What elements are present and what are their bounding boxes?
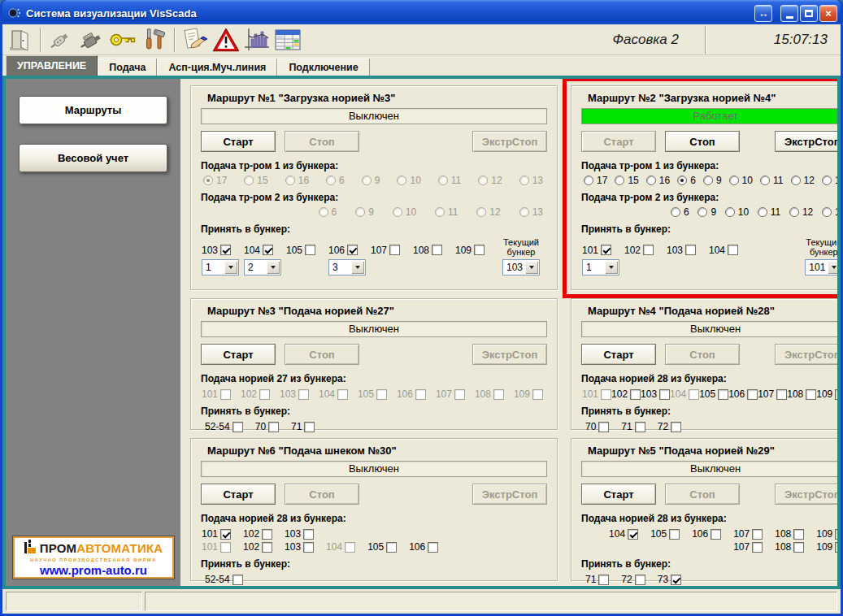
checkbox-bunker-109[interactable]: 109 [816, 541, 837, 553]
combo-selector-103[interactable]: 1 [202, 259, 239, 275]
radio-bunker-12: 12 [476, 206, 500, 218]
checkbox-bunker-52-54[interactable]: 52-54 [205, 574, 243, 585]
checkbox-box [376, 389, 387, 400]
checkbox-bunker-71[interactable]: 71 [585, 574, 609, 585]
checkbox-bunker-102[interactable]: 102 [611, 388, 641, 400]
maximize-button[interactable] [800, 5, 818, 22]
checkbox-bunker-102[interactable]: 102 [243, 541, 272, 553]
checkbox-bunker-108[interactable]: 108 [413, 245, 442, 256]
checkbox-bunker-71[interactable]: 71 [621, 421, 645, 432]
combo-current-bunker[interactable]: 101 [805, 259, 837, 275]
tab-4[interactable]: Подключение [277, 59, 369, 76]
radio-bunker-11[interactable]: 11 [760, 175, 783, 186]
checkbox-bunker-101[interactable]: 101 [582, 245, 611, 256]
combo-selector-101[interactable]: 1 [582, 259, 619, 275]
checkbox-bunker-72[interactable]: 72 [658, 421, 681, 432]
checkbox-bunker-52-54[interactable]: 52-54 [205, 421, 243, 432]
trend-chart-icon[interactable] [241, 26, 272, 54]
radio-bunker-9[interactable]: 9 [703, 175, 722, 186]
checkbox-bunker-105[interactable]: 105 [286, 245, 315, 256]
radio-bunker-17[interactable]: 17 [584, 175, 607, 186]
checkbox-bunker-70[interactable]: 70 [255, 421, 279, 432]
combo-selector-104[interactable]: 2 [244, 259, 281, 275]
radio-bunker-11[interactable]: 11 [758, 206, 780, 218]
radio-bunker-13[interactable]: 13 [822, 206, 837, 218]
logo-name: ПРОМАВТОМАТИКА [40, 542, 163, 554]
checkbox-bunker-103[interactable]: 103 [285, 528, 314, 540]
checkbox-bunker-106[interactable]: 106 [328, 245, 358, 256]
checkbox-bunker-102[interactable]: 102 [624, 245, 654, 256]
route-status: Выключен [201, 461, 547, 477]
radio-bunker-13[interactable]: 13 [822, 175, 837, 186]
checkbox-bunker-107[interactable]: 107 [733, 528, 763, 540]
checkbox-bunker-107[interactable]: 107 [733, 541, 763, 553]
checkbox-bunker-103[interactable]: 103 [667, 245, 696, 256]
checkbox-bunker-103[interactable]: 103 [285, 541, 314, 553]
checkbox-bunker-104[interactable]: 104 [244, 245, 273, 256]
checkbox-bunker-70[interactable]: 70 [585, 421, 609, 432]
checkbox-bunker-107[interactable]: 107 [371, 245, 400, 256]
radio-bunker-15[interactable]: 15 [615, 175, 638, 186]
radio-bunker-16[interactable]: 16 [646, 175, 670, 186]
radio-bunker-6[interactable]: 6 [677, 175, 696, 186]
checkbox-bunker-72[interactable]: 72 [621, 574, 645, 585]
checkbox-box [835, 542, 837, 553]
checkbox-bunker-106[interactable]: 106 [728, 388, 758, 400]
close-button[interactable]: × [819, 5, 837, 22]
stop-button[interactable]: Стоп [665, 131, 740, 152]
combo-selector-106[interactable]: 3 [328, 259, 366, 275]
checkbox-bunker-106[interactable]: 106 [692, 528, 721, 540]
access-key-icon[interactable] [107, 26, 138, 54]
alarm-warning-icon[interactable] [211, 26, 241, 54]
checkbox-bunker-106[interactable]: 106 [409, 541, 438, 553]
radio-circle [729, 176, 739, 185]
start-button[interactable]: Старт [581, 344, 656, 365]
combo-current-bunker[interactable]: 103 [502, 259, 540, 275]
service-tools-icon[interactable] [138, 26, 169, 54]
checkbox-bunker-103[interactable]: 103 [202, 245, 231, 256]
sidebar-button-2[interactable]: Весовой учет [19, 144, 167, 172]
checkbox-bunker-109[interactable]: 109 [816, 528, 837, 540]
start-button[interactable]: Старт [581, 484, 656, 505]
exit-door-icon[interactable] [4, 26, 35, 54]
dropdown-arrow-icon [525, 261, 538, 274]
checkbox-bunker-107[interactable]: 107 [758, 388, 787, 400]
checkbox-bunker-109[interactable]: 109 [455, 245, 485, 256]
data-table-icon[interactable] [272, 26, 303, 54]
checkbox-bunker-109[interactable]: 109 [816, 388, 837, 400]
tab-1[interactable]: УПРАВЛЕНИЕ [6, 55, 98, 76]
checkbox-bunker-73[interactable]: 73 [658, 574, 681, 585]
sidebar-button-1[interactable]: Маршруты [19, 96, 167, 124]
radio-circle [584, 176, 593, 185]
radio-bunker-10[interactable]: 10 [725, 206, 749, 218]
checkbox-bunker-105[interactable]: 105 [650, 528, 680, 540]
tab-3[interactable]: Асп-ция.Муч.линия [157, 59, 277, 76]
checkbox-bunker-105[interactable]: 105 [367, 541, 397, 553]
checkbox-bunker-104[interactable]: 104 [709, 245, 738, 256]
radio-bunker-9[interactable]: 9 [697, 206, 716, 218]
checkbox-bunker-108[interactable]: 108 [775, 541, 804, 553]
radio-bunker-10[interactable]: 10 [729, 175, 753, 186]
start-button[interactable]: Старт [201, 131, 276, 152]
start-button[interactable]: Старт [201, 344, 276, 365]
checkbox-box [389, 245, 400, 255]
radio-bunker-12[interactable]: 12 [789, 206, 813, 218]
serial-cable-icon[interactable] [46, 26, 76, 54]
radio-bunker-12[interactable]: 12 [791, 175, 815, 186]
checkbox-bunker-103[interactable]: 103 [641, 388, 670, 400]
connector-plug-icon[interactable] [76, 26, 107, 54]
tab-2[interactable]: Подача [98, 59, 157, 76]
report-journal-icon[interactable] [180, 26, 211, 54]
radio-bunker-6[interactable]: 6 [671, 206, 689, 218]
resize-window-button[interactable]: ↔ [754, 5, 772, 22]
checkbox-bunker-101[interactable]: 101 [202, 528, 231, 540]
checkbox-bunker-71[interactable]: 71 [291, 421, 315, 432]
checkbox-bunker-105[interactable]: 105 [699, 388, 728, 400]
checkbox-bunker-108[interactable]: 108 [775, 528, 804, 540]
checkbox-bunker-108[interactable]: 108 [787, 388, 816, 400]
estop-button[interactable]: ЭкстрСтоп [775, 131, 837, 152]
start-button[interactable]: Старт [201, 484, 276, 505]
minimize-button[interactable] [780, 5, 798, 22]
checkbox-bunker-104[interactable]: 104 [609, 528, 638, 540]
checkbox-bunker-102[interactable]: 102 [243, 528, 272, 540]
